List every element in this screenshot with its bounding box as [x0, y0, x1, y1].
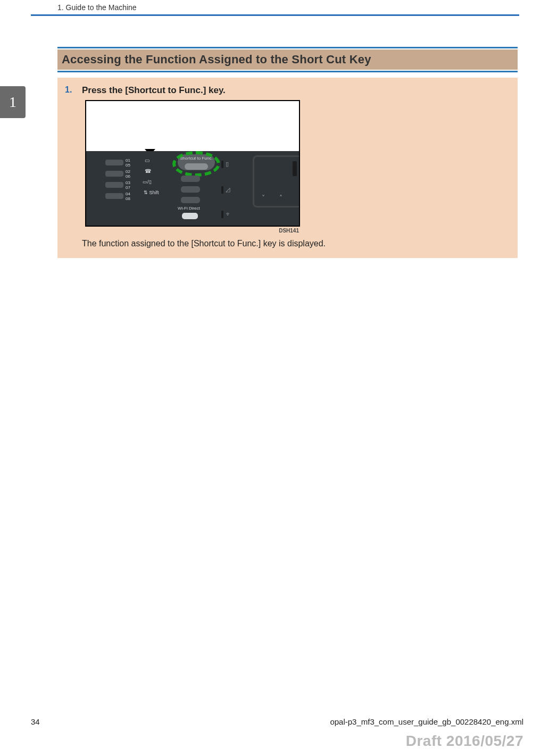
- shortcut-subkey: [185, 163, 208, 170]
- draft-watermark: Draft 2016/05/27: [406, 733, 523, 750]
- quickdial-label: 08: [126, 197, 130, 201]
- indicator-bar: [221, 161, 223, 168]
- quickdial-label: 03: [126, 181, 130, 185]
- copy-mode-icon: ▭: [145, 159, 149, 163]
- source-file-name: opal-p3_mf3_com_user_guide_gb_00228420_e…: [330, 717, 523, 726]
- indicator-bar: [221, 211, 223, 218]
- step-number: 1.: [65, 85, 77, 248]
- step-title: Press the [Shortcut to Func.] key.: [82, 85, 510, 96]
- header-rule: [31, 14, 519, 16]
- steps-container: 1. Press the [Shortcut to Func.] key. 01…: [57, 78, 518, 258]
- quickdial-label: 06: [126, 175, 130, 179]
- wifi-icon: ᯤ: [226, 211, 231, 217]
- wifi-direct-label: Wi-Fi Direct: [178, 206, 200, 211]
- chapter-tab: 1: [0, 86, 26, 118]
- chapter-header: 1. Guide to the Machine: [0, 0, 549, 14]
- section-rule-bottom: [57, 71, 518, 72]
- step-item: 1. Press the [Shortcut to Func.] key. 01…: [65, 85, 510, 248]
- section-title: Accessing the Function Assigned to the S…: [57, 49, 518, 70]
- quickdial-key: [105, 193, 123, 199]
- quickdial-key: [105, 171, 123, 177]
- shift-label: ⇅ Shift: [144, 190, 159, 195]
- scan-icon: ◿: [226, 186, 230, 193]
- quickdial-label: 07: [126, 186, 130, 190]
- illustration: 01 05 02 06 03 07 04 08: [85, 100, 300, 234]
- page-icon: ▯: [226, 161, 229, 168]
- illustration-code: DSH141: [85, 227, 300, 234]
- panel-key: [181, 197, 200, 203]
- step-result-text: The function assigned to the [Shortcut t…: [82, 239, 510, 248]
- quickdial-label: 02: [126, 170, 130, 174]
- panel-key: [181, 186, 200, 193]
- quickdial-label: 05: [126, 163, 130, 168]
- quickdial-label: 01: [126, 159, 130, 163]
- section-rule-top: [57, 47, 518, 48]
- nav-chevrons-icon: ˅ ˄: [262, 194, 289, 202]
- display-screen-edge: ˅ ˄: [253, 155, 300, 207]
- quickdial-label: 04: [126, 192, 130, 196]
- quickdial-key: [105, 182, 123, 188]
- fax-mode-icon: ☎: [145, 169, 151, 173]
- panel-key: [181, 176, 200, 182]
- indicator-bar: [221, 186, 223, 194]
- card-mode-icon: ▭/▯: [143, 180, 152, 184]
- quickdial-key: [105, 160, 123, 165]
- page-number: 34: [31, 717, 40, 726]
- wifi-direct-key: [182, 213, 198, 219]
